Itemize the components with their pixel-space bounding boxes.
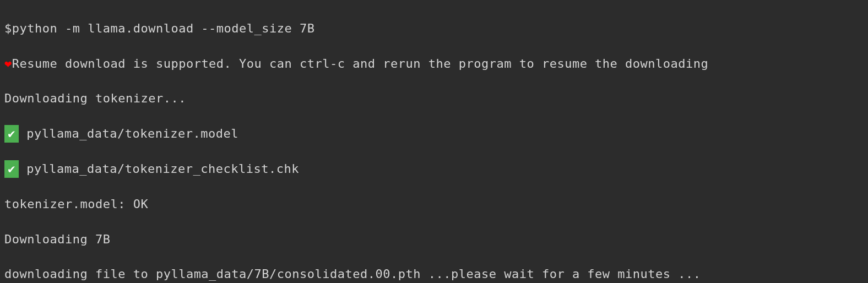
terminal-text: pyllama_data/tokenizer_checklist.chk [19,162,299,176]
output-line: pyllama_data/tokenizer.model [4,125,864,143]
check-icon [4,160,19,178]
output-line: tokenizer.model: OK [4,195,864,213]
output-line: ❤Resume download is supported. You can c… [4,55,864,73]
command-line: $python -m llama.download --model_size 7… [4,20,864,37]
terminal-text: $python -m llama.download --model_size 7… [4,21,315,35]
check-icon [4,125,19,143]
terminal-text: Resume download is supported. You can ct… [12,57,709,70]
terminal-output: $python -m llama.download --model_size 7… [4,2,864,283]
heart-icon: ❤ [4,55,12,73]
terminal-text: Downloading tokenizer... [4,91,186,105]
output-line: downloading file to pyllama_data/7B/cons… [4,265,864,283]
output-line: Downloading 7B [4,231,864,248]
terminal-text: downloading file to pyllama_data/7B/cons… [4,267,701,281]
terminal-text: tokenizer.model: OK [4,197,148,211]
terminal-text: Downloading 7B [4,232,110,246]
terminal-text: pyllama_data/tokenizer.model [19,127,238,140]
output-line: Downloading tokenizer... [4,90,864,107]
output-line: pyllama_data/tokenizer_checklist.chk [4,160,864,178]
